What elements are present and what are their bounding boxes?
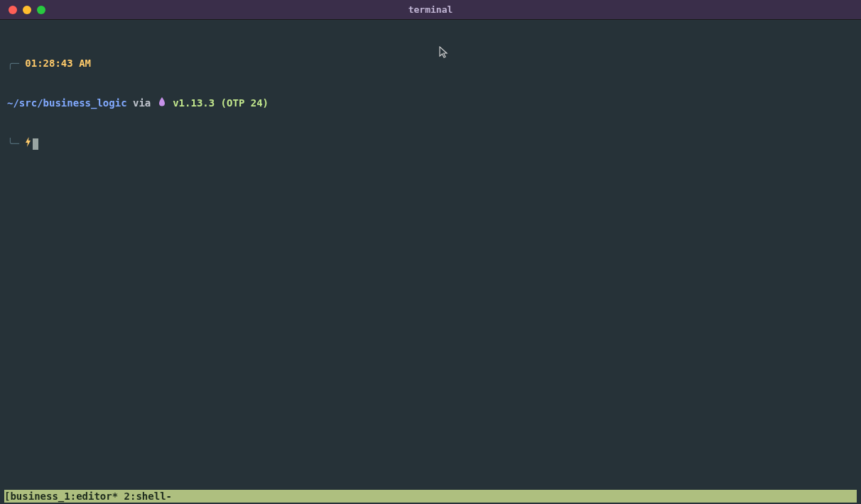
prompt-line-3: ╰─: [7, 137, 854, 150]
traffic-lights: [0, 6, 45, 14]
titlebar: terminal: [0, 0, 861, 20]
prompt-version: v1.13.3 (OTP 24): [173, 97, 269, 110]
minimize-button[interactable]: [23, 6, 31, 14]
prompt-line-2: ~/src/business_logic via v1.13.3 (OTP 24…: [7, 97, 854, 110]
close-button[interactable]: [9, 6, 17, 14]
tmux-statusbar[interactable]: [business_1:editor* 2:shell-: [4, 490, 857, 503]
bracket-bottom-icon: ╰─: [7, 137, 25, 150]
prompt-line-1: ╭─ 01:28:43 AM: [7, 57, 854, 70]
lightning-icon: [25, 137, 31, 150]
prompt-time: 01:28:43 AM: [25, 57, 91, 70]
elixir-drop-icon: [158, 97, 166, 110]
bracket-top-icon: ╭─: [7, 57, 25, 70]
window-title: terminal: [408, 4, 453, 15]
prompt-path: ~/src/business_logic: [7, 97, 127, 110]
cursor-block: [33, 138, 38, 150]
statusbar-text: [business_1:editor* 2:shell-: [4, 491, 172, 502]
maximize-button[interactable]: [37, 6, 45, 14]
prompt-via: via: [133, 97, 151, 110]
terminal-output[interactable]: ╭─ 01:28:43 AM ~/src/business_logic via …: [0, 20, 861, 164]
